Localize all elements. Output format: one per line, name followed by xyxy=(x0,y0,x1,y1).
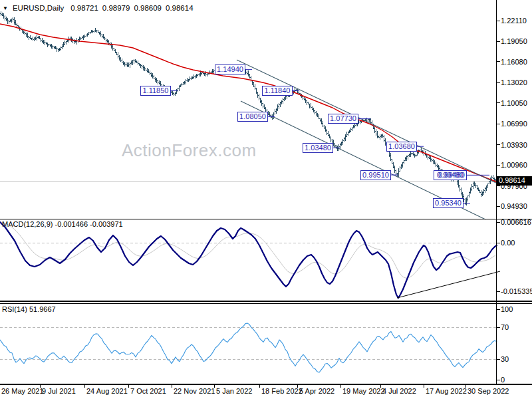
chart-title: ▼EURUSD,Daily0.987210.989790.986090.9861… xyxy=(3,4,198,12)
rsi-indicator-label: RSI(14) 51.9667 xyxy=(2,305,56,313)
quote-close: 0.98614 xyxy=(166,4,194,12)
macd-indicator-label: MACD(12,26,9) -0.001466 -0.003971 xyxy=(2,220,123,228)
dropdown-arrow-icon[interactable]: ▼ xyxy=(3,5,8,11)
symbol-timeframe-label: EURUSD,Daily xyxy=(13,4,64,12)
quote-high: 0.98979 xyxy=(102,4,130,12)
quote-low: 0.98609 xyxy=(134,4,162,12)
trading-chart-window: ▼EURUSD,Daily0.987210.989790.986090.9861… xyxy=(0,0,532,399)
quote-open: 0.98721 xyxy=(70,4,98,12)
chart-canvas[interactable] xyxy=(0,0,532,399)
watermark: ActionForex.com xyxy=(122,140,257,161)
